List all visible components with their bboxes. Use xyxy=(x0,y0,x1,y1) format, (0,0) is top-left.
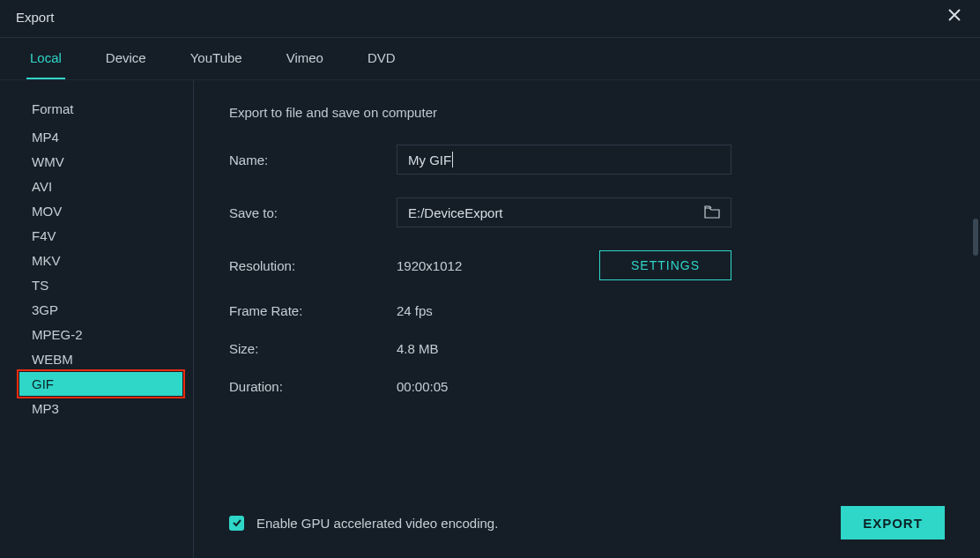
format-item-mp4[interactable]: MP4 xyxy=(0,125,193,149)
duration-label: Duration: xyxy=(229,379,397,394)
format-item-f4v[interactable]: F4V xyxy=(0,224,193,248)
export-tabs: Local Device YouTube Vimeo DVD xyxy=(0,38,980,80)
tab-device[interactable]: Device xyxy=(102,38,150,79)
export-button[interactable]: EXPORT xyxy=(841,506,945,539)
saveto-value: E:/DeviceExport xyxy=(408,205,503,220)
tab-local[interactable]: Local xyxy=(26,38,65,79)
vertical-scrollbar[interactable] xyxy=(973,219,978,256)
tab-vimeo[interactable]: Vimeo xyxy=(283,38,327,79)
format-item-wmv[interactable]: WMV xyxy=(0,150,193,174)
size-label: Size: xyxy=(229,341,397,356)
saveto-label: Save to: xyxy=(229,205,397,220)
format-item-avi[interactable]: AVI xyxy=(0,175,193,198)
format-item-3gp[interactable]: 3GP xyxy=(0,298,193,322)
name-value: My GIF xyxy=(408,153,451,167)
format-item-mpeg2[interactable]: MPEG-2 xyxy=(0,323,193,346)
name-label: Name: xyxy=(229,153,397,167)
name-input[interactable]: My GIF xyxy=(397,145,731,175)
folder-icon[interactable] xyxy=(704,205,720,221)
duration-value: 00:00:05 xyxy=(397,379,448,394)
format-item-webm[interactable]: WEBM xyxy=(0,347,193,371)
close-icon[interactable] xyxy=(945,5,964,28)
framerate-label: Frame Rate: xyxy=(229,303,397,318)
panel-title: Export to file and save on computer xyxy=(229,105,945,120)
size-value: 4.8 MB xyxy=(397,341,439,356)
sidebar-heading: Format xyxy=(0,101,193,125)
window-title: Export xyxy=(16,10,54,25)
framerate-value: 24 fps xyxy=(397,303,433,318)
format-item-ts[interactable]: TS xyxy=(0,273,193,297)
settings-button[interactable]: SETTINGS xyxy=(599,250,731,280)
format-item-mov[interactable]: MOV xyxy=(0,199,193,223)
resolution-value: 1920x1012 xyxy=(397,258,555,273)
format-item-mkv[interactable]: MKV xyxy=(0,249,193,272)
saveto-input[interactable]: E:/DeviceExport xyxy=(397,197,731,227)
gpu-checkbox[interactable] xyxy=(229,516,244,531)
format-item-mp3[interactable]: MP3 xyxy=(0,397,193,420)
gpu-label: Enable GPU accelerated video encoding. xyxy=(256,516,498,531)
tab-dvd[interactable]: DVD xyxy=(364,38,399,79)
format-item-gif[interactable]: GIF xyxy=(19,372,182,396)
text-cursor xyxy=(452,152,453,167)
tab-youtube[interactable]: YouTube xyxy=(187,38,246,79)
resolution-label: Resolution: xyxy=(229,258,397,273)
